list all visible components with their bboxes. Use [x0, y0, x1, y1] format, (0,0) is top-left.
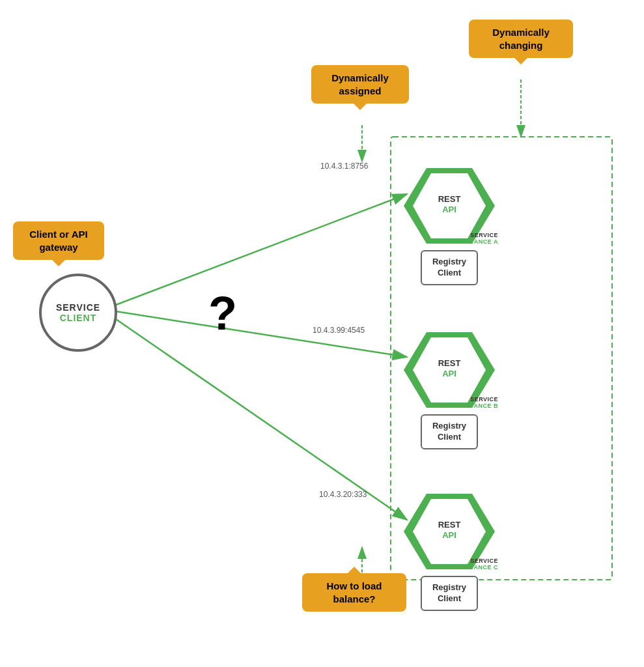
instance-b: REST API SERVICE INSTANCE B RegistryClie… [404, 332, 495, 449]
callout-client-gateway: Client or API gateway [13, 221, 104, 260]
instance-a-hex: REST API SERVICE INSTANCE A [404, 168, 495, 244]
question-mark: ? [208, 287, 237, 340]
instance-b-hex: REST API SERVICE INSTANCE B [404, 332, 495, 408]
callout-dynamically-assigned: Dynamicallyassigned [311, 65, 409, 104]
instance-c-hex: REST API SERVICE INSTANCE C [404, 494, 495, 569]
instance-b-label: SERVICE INSTANCE B [460, 396, 498, 409]
instance-a-registry-box: RegistryClient [421, 250, 478, 285]
instance-c-registry-box: RegistryClient [421, 576, 478, 611]
callout-dynamically-assigned-text: Dynamicallyassigned [331, 72, 389, 96]
svg-text:REST: REST [438, 194, 461, 204]
service-label: SERVICE [56, 302, 100, 313]
svg-text:API: API [442, 530, 456, 540]
instance-b-registry-box: RegistryClient [421, 414, 478, 449]
ip-label-b: 10.4.3.99:4545 [313, 326, 365, 335]
callout-client-gateway-text: Client or API gateway [29, 229, 87, 253]
client-label: CLIENT [60, 313, 97, 323]
ip-label-c: 10.4.3.20:333 [319, 490, 367, 499]
ip-label-a: 10.4.3.1:8756 [320, 162, 368, 171]
callout-dynamically-changing-text: Dynamicallychanging [492, 27, 550, 51]
service-client-circle: SERVICE CLIENT [39, 274, 117, 352]
diagram-container: Client or API gateway Dynamicallyassigne… [0, 0, 644, 667]
svg-text:REST: REST [438, 520, 461, 530]
svg-text:API: API [442, 369, 456, 378]
instance-c-label: SERVICE INSTANCE C [460, 558, 498, 571]
instance-a: REST API SERVICE INSTANCE A RegistryClie… [404, 168, 495, 285]
svg-line-0 [116, 194, 407, 305]
svg-text:API: API [442, 205, 456, 214]
svg-text:REST: REST [438, 358, 461, 368]
callout-how-to-load-balance: How to loadbalance? [302, 573, 406, 612]
instance-a-label: SERVICE INSTANCE A [460, 232, 498, 245]
callout-dynamically-changing: Dynamicallychanging [469, 20, 573, 58]
instance-c: REST API SERVICE INSTANCE C RegistryClie… [404, 494, 495, 611]
callout-how-to-load-balance-text: How to loadbalance? [327, 580, 382, 604]
